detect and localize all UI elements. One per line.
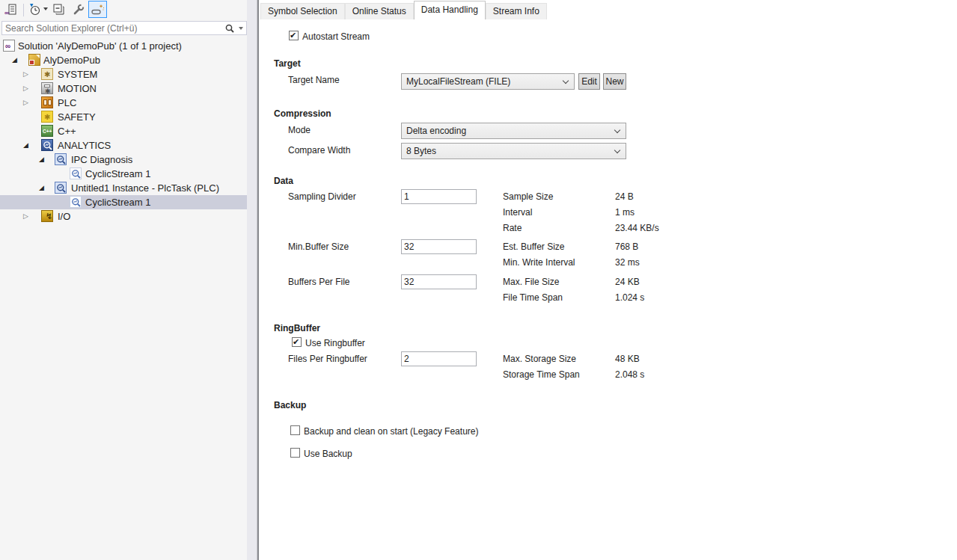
rate-label: Rate [503,223,522,233]
solution-tree: ∞Solution 'AlyDemoPub' (1 of 1 project)◢… [0,37,247,560]
solution-explorer-toolbar: ∞ [0,0,247,20]
tree-item-ipc-diagnosis[interactable]: ◢IPC Diagnosis [0,153,247,167]
tree-item-untitled1-instance-plctask-plc[interactable]: ◢Untitled1 Instance - PlcTask (PLC) [0,181,247,195]
search-icon[interactable] [224,22,235,37]
collapse-arrow-icon[interactable]: ◢ [39,183,44,193]
max-file-size-value: 24 KB [615,277,640,287]
backup-and-clean-checkbox[interactable] [290,425,300,435]
preview-selected-items-icon[interactable] [88,1,107,18]
tree-item-solution-alydemopub-1-of-1-project[interactable]: ∞Solution 'AlyDemoPub' (1 of 1 project) [0,39,247,53]
tree-item-i-o[interactable]: ▷↯I/O [0,209,247,224]
tree-item-cyclicstream-1[interactable]: CyclicStream 1 [0,195,247,209]
expand-arrow-icon[interactable]: ▷ [23,70,28,79]
sample-size-value: 24 B [615,191,634,202]
tab-online-status[interactable]: Online Status [345,3,414,19]
buffers-per-file-input[interactable] [401,274,477,289]
timeline-clock-icon[interactable] [27,1,43,18]
compare-width-select[interactable]: 8 Bytes [401,143,626,159]
svg-text:∞: ∞ [4,9,10,16]
tree-item-label: AlyDemoPub [43,55,100,66]
collapse-arrow-icon[interactable]: ◢ [39,155,44,164]
compression-mode-select[interactable]: Delta encoding [401,123,626,139]
tree-item-label: PLC [58,97,76,108]
cyclic-stream-icon [70,167,82,179]
tab-strip: Symbol SelectionOnline StatusData Handli… [259,0,957,19]
tree-item-label: CyclicStream 1 [85,197,150,208]
chevron-down-icon [614,147,620,153]
files-per-ringbuffer-input[interactable] [401,351,477,366]
tree-item-c[interactable]: C++C++ [0,124,247,138]
tree-item-analytics[interactable]: ◢ANALYTICS [0,138,247,153]
autostart-stream-checkbox[interactable] [289,31,299,40]
chevron-down-icon [563,78,569,84]
compression-mode-label: Mode [288,125,311,135]
new-target-button[interactable]: New [603,73,626,90]
target-name-value: MyLocalFileStream (FILE) [406,76,510,87]
analytics-icon [41,139,53,151]
buffers-per-file-label: Buffers Per File [288,277,349,287]
expand-arrow-icon[interactable]: ▷ [23,98,28,108]
tree-item-safety[interactable]: ✱SAFETY [0,110,247,124]
autostart-stream-label: Autostart Stream [302,31,370,42]
sampling-divider-input[interactable] [401,189,477,204]
compare-width-label: Compare Width [288,145,350,156]
system-icon: ✱ [41,68,53,80]
file-time-span-value: 1.024 s [615,292,644,303]
target-name-select[interactable]: MyLocalFileStream (FILE) [401,73,575,90]
use-ringbuffer-checkbox[interactable] [292,337,302,347]
tab-symbol-selection[interactable]: Symbol Selection [260,3,345,19]
collapse-arrow-icon[interactable]: ◢ [23,141,28,150]
sync-with-active-document-icon[interactable]: ∞ [3,1,19,18]
tree-item-motion[interactable]: ▷✱MOTION [0,81,247,96]
max-storage-size-value: 48 KB [615,354,640,364]
tree-item-label: CyclicStream 1 [85,168,150,179]
tree-item-alydemopub[interactable]: ◢AlyDemoPub [0,53,247,67]
stream-instance-icon [55,182,67,194]
max-file-size-label: Max. File Size [503,277,559,287]
tree-item-plc[interactable]: ▷PLC [0,96,247,110]
stream-config-panel: Symbol SelectionOnline StatusData Handli… [259,0,957,560]
tree-item-system[interactable]: ▷✱SYSTEM [0,67,247,81]
tab-data-handling[interactable]: Data Handling [414,1,486,19]
tree-item-label: IPC Diagnosis [71,154,132,165]
tree-item-label: ANALYTICS [58,140,111,151]
compression-header: Compression [274,108,331,119]
toolbar-separator [23,4,24,16]
min-buffer-size-input[interactable] [401,239,477,254]
cyclic-stream-icon [70,196,82,208]
properties-wrench-icon[interactable] [70,1,87,18]
chevron-down-icon[interactable] [239,27,243,30]
edit-target-button[interactable]: Edit [578,73,600,90]
tree-item-cyclicstream-1[interactable]: CyclicStream 1 [0,167,247,181]
solution-icon: ∞ [3,40,15,52]
collapse-arrow-icon[interactable]: ◢ [12,55,17,65]
tab-stream-info[interactable]: Stream Info [486,3,547,19]
io-icon: ↯ [41,210,53,222]
use-backup-checkbox[interactable] [290,448,300,458]
expand-arrow-icon[interactable]: ▷ [23,212,28,221]
explorer-scrollbar[interactable] [247,0,257,560]
max-storage-size-label: Max. Storage Size [503,354,576,364]
stream-instance-icon [55,153,67,165]
collapse-all-icon[interactable] [51,1,67,18]
use-ringbuffer-label: Use Ringbuffer [305,338,365,348]
project-icon [28,54,40,66]
chevron-down-icon [614,127,620,133]
safety-icon: ✱ [41,111,53,123]
data-handling-form: Autostart Stream Target Target Name MyLo… [259,19,957,560]
search-input[interactable] [5,22,207,34]
tree-item-label: SYSTEM [58,69,97,80]
solution-explorer-panel: ∞ [0,0,247,560]
tree-item-label: C++ [58,126,76,137]
expand-arrow-icon[interactable]: ▷ [23,84,28,93]
min-write-interval-value: 32 ms [615,257,640,268]
storage-time-span-value: 2.048 s [615,369,644,380]
tree-item-label: I/O [58,211,70,222]
sample-size-label: Sample Size [503,191,553,202]
ringbuffer-header: RingBuffer [274,323,320,333]
solution-explorer-search [1,21,247,35]
est-buffer-size-value: 768 B [615,241,638,252]
tree-item-label: Untitled1 Instance - PlcTask (PLC) [71,182,219,194]
chevron-down-icon[interactable] [43,7,48,10]
backup-header: Backup [274,400,306,410]
